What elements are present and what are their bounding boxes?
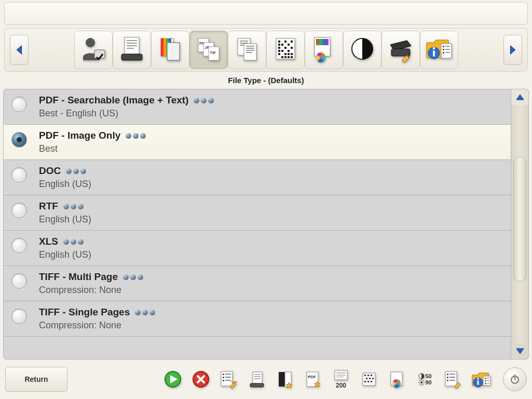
pattern-icon — [271, 34, 300, 65]
more-options-icon[interactable] — [66, 168, 86, 174]
more-options-icon[interactable] — [135, 310, 155, 315]
toolbar-prev-button[interactable] — [10, 35, 29, 65]
svg-rect-35 — [291, 41, 293, 43]
file-type-title: PDF - Image Only — [39, 130, 120, 141]
resolution-icon[interactable]: 200 — [331, 369, 351, 390]
file-type-radio[interactable] — [11, 203, 27, 218]
svg-rect-7 — [127, 48, 134, 49]
svg-rect-94 — [336, 374, 346, 374]
file-type-row[interactable]: TIFF - Multi PageCompression: None — [4, 266, 511, 301]
list-scrollbar[interactable] — [511, 89, 529, 360]
contrast-icon — [348, 34, 377, 65]
file-type-radio[interactable] — [11, 97, 27, 112]
svg-rect-34 — [284, 41, 287, 43]
svg-rect-86 — [279, 372, 285, 387]
toolbar-buttons-group: PDJPTIF — [74, 31, 458, 69]
info-folder-small-icon[interactable] — [471, 369, 492, 390]
brightness-rotation-icon[interactable]: 50 90 — [415, 369, 435, 390]
color-wheel-small-icon[interactable] — [387, 369, 407, 390]
svg-rect-45 — [278, 53, 280, 55]
svg-rect-93 — [336, 372, 346, 373]
file-type-row[interactable]: PDF - Searchable (Image + Text)Best - En… — [4, 89, 511, 125]
file-type-row[interactable]: DOCEnglish (US) — [4, 160, 511, 195]
scroll-thumb[interactable] — [513, 157, 526, 282]
more-options-icon[interactable] — [63, 204, 84, 209]
favorites-bw-icon[interactable] — [275, 369, 295, 390]
return-button[interactable]: Return — [5, 367, 67, 392]
svg-rect-83 — [254, 376, 261, 377]
settings-list-icon[interactable] — [219, 369, 239, 390]
svg-rect-38 — [288, 44, 290, 46]
more-options-icon[interactable] — [63, 239, 84, 245]
svg-rect-15 — [167, 43, 180, 60]
svg-rect-65 — [445, 49, 450, 50]
svg-rect-8 — [121, 54, 142, 60]
more-options-icon[interactable] — [126, 133, 146, 139]
svg-line-115 — [419, 380, 420, 381]
svg-rect-42 — [278, 50, 280, 52]
svg-rect-51 — [288, 56, 290, 58]
info-folder-icon-button[interactable] — [420, 31, 458, 69]
color-profile-icon-button[interactable] — [305, 31, 343, 69]
file-type-radio[interactable] — [11, 167, 27, 183]
file-type-radio[interactable] — [11, 238, 27, 254]
svg-rect-29 — [246, 48, 254, 49]
file-type-radio[interactable] — [11, 273, 27, 289]
pages-icon-button[interactable] — [228, 31, 266, 69]
svg-rect-81 — [253, 372, 262, 383]
file-type-row[interactable]: PDF - Image OnlyBest — [4, 125, 511, 160]
svg-rect-41 — [291, 47, 293, 49]
scanner-config-icon — [386, 34, 415, 65]
scanner-small-icon[interactable] — [247, 369, 267, 390]
scanner-icon-button[interactable] — [113, 31, 151, 69]
svg-rect-10 — [161, 38, 163, 56]
file-type-row[interactable]: XLSEnglish (US) — [4, 231, 511, 266]
rotation-value: 90 — [425, 380, 431, 385]
start-icon[interactable] — [162, 369, 183, 390]
svg-rect-77 — [223, 377, 224, 378]
scanner-icon — [117, 34, 146, 65]
file-type-row[interactable]: RTFEnglish (US) — [4, 195, 511, 231]
svg-rect-105 — [367, 381, 369, 382]
file-type-title: TIFF - Multi Page — [39, 271, 118, 283]
file-type-title: RTF — [39, 201, 58, 212]
bottom-bar: Return PDF 200 50 90 — [3, 363, 529, 396]
svg-rect-11 — [163, 38, 166, 56]
svg-rect-79 — [223, 380, 224, 381]
color-pages-icon-button[interactable] — [151, 31, 189, 69]
svg-rect-30 — [246, 50, 254, 51]
contrast-icon-button[interactable] — [343, 31, 381, 69]
svg-rect-95 — [336, 375, 346, 376]
file-type-icon-button[interactable]: PDJPTIF — [189, 31, 228, 69]
svg-rect-130 — [485, 378, 486, 379]
svg-marker-68 — [511, 46, 515, 54]
file-type-radio[interactable] — [11, 309, 27, 324]
svg-rect-48 — [291, 53, 293, 55]
svg-rect-50 — [284, 56, 287, 58]
user-settings-icon-button[interactable] — [74, 31, 113, 69]
file-type-row[interactable]: TIFF - Single PagesCompression: None — [4, 301, 511, 337]
more-options-icon[interactable] — [194, 98, 214, 103]
settings-list-edit-icon[interactable] — [443, 369, 463, 390]
svg-rect-84 — [254, 378, 261, 379]
power-button[interactable] — [503, 367, 527, 391]
file-type-subtitle: English (US) — [39, 214, 507, 225]
pattern-small-icon[interactable] — [359, 369, 379, 390]
scroll-track[interactable] — [511, 105, 528, 343]
scroll-up-button[interactable] — [511, 89, 528, 105]
svg-rect-134 — [485, 383, 486, 384]
brightness-value: 50 — [425, 374, 431, 379]
file-type-subtitle: Compression: None — [39, 285, 507, 296]
file-type-radio[interactable] — [11, 132, 27, 148]
more-options-icon[interactable] — [123, 274, 143, 280]
scanner-config-icon-button[interactable] — [381, 31, 420, 69]
svg-rect-121 — [449, 374, 455, 375]
pdf-favorites-icon[interactable]: PDF — [303, 369, 323, 390]
svg-point-110 — [420, 381, 422, 383]
toolbar-next-button[interactable] — [503, 35, 522, 65]
cancel-icon[interactable] — [190, 369, 211, 390]
svg-rect-120 — [447, 374, 448, 375]
svg-rect-36 — [278, 44, 280, 46]
pattern-icon-button[interactable] — [266, 31, 305, 69]
scroll-down-button[interactable] — [511, 343, 528, 359]
